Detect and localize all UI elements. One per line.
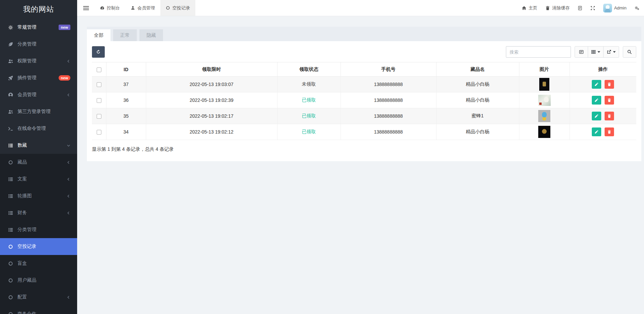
home-label: 主页 — [528, 5, 537, 11]
chevron-left-icon — [67, 93, 70, 97]
user-circle-icon — [8, 92, 13, 97]
chevron-left-icon — [67, 211, 70, 215]
clear-cache-button[interactable]: 清除缓存 — [545, 5, 570, 11]
submenu-item-usercollection[interactable]: 用户藏品 — [0, 272, 77, 289]
item-thumbnail[interactable] — [538, 110, 550, 122]
sidebar-toggle-button[interactable] — [77, 0, 95, 16]
delete-button[interactable] — [605, 112, 614, 120]
dashboard-icon — [100, 6, 104, 10]
cell-id: 36 — [106, 92, 146, 108]
terminal-icon — [8, 126, 13, 131]
row-checkbox[interactable] — [97, 82, 101, 87]
tab-label: 空投记录 — [172, 5, 190, 11]
sidebar-item-label: 会员管理 — [18, 92, 36, 98]
search-toggle-button[interactable] — [623, 46, 636, 58]
export-button[interactable] — [603, 46, 619, 58]
gears-icon — [8, 25, 13, 30]
leaf-icon — [8, 42, 13, 47]
table-row: 36 2022-05-13 19:02:39 已领取 13888888888 精… — [92, 92, 636, 108]
tab-member[interactable]: 会员管理 — [125, 0, 160, 16]
filter-tab-label: 隐藏 — [147, 32, 156, 38]
new-badge: new — [59, 75, 70, 81]
submenu-item-collection[interactable]: 藏品 — [0, 154, 77, 171]
submenu-item-blindbox[interactable]: 盲盒 — [0, 255, 77, 272]
item-thumbnail[interactable] — [538, 95, 551, 106]
circle-icon — [8, 278, 13, 283]
edit-button[interactable] — [592, 96, 601, 105]
edit-button[interactable] — [592, 80, 601, 89]
expand-icon — [590, 6, 595, 10]
cell-name: 精品小白杨 — [436, 77, 519, 92]
trash-icon — [607, 82, 611, 86]
delete-button[interactable] — [605, 127, 614, 136]
sidebar-item-member[interactable]: 会员管理 — [0, 86, 77, 103]
sidebar-item-nft[interactable]: 数藏 — [0, 137, 77, 154]
edit-button[interactable] — [592, 127, 601, 136]
submenu-item-copywriting[interactable]: 文案 — [0, 171, 77, 188]
sidebar-item-thirdparty[interactable]: 第三方登录管理 — [0, 103, 77, 120]
home-link[interactable]: 主页 — [522, 5, 537, 11]
item-thumbnail[interactable] — [538, 126, 550, 138]
table-toolbar — [92, 46, 636, 58]
home-icon — [522, 6, 526, 10]
submenu-item-category[interactable]: 分类管理 — [0, 221, 77, 238]
circle-icon — [8, 295, 13, 300]
row-checkbox[interactable] — [97, 130, 101, 135]
chevron-left-icon — [67, 59, 70, 63]
submenu-item-airdrop[interactable]: 空投记录 — [0, 238, 77, 255]
panel: 全部 正常 隐藏 — [87, 27, 641, 161]
pencil-icon — [594, 130, 599, 134]
caret-down-icon — [598, 51, 600, 53]
circle-icon — [8, 244, 13, 249]
sidebar-item-category[interactable]: 分类管理 — [0, 36, 77, 53]
cell-id: 35 — [106, 108, 146, 124]
edit-button[interactable] — [592, 112, 601, 120]
sidebar-item-permission[interactable]: 权限管理 — [0, 53, 77, 69]
pagination-summary: 显示第 1 到第 4 条记录，总共 4 条记录 — [92, 146, 636, 152]
filter-tab-hidden[interactable]: 隐藏 — [139, 29, 163, 41]
cell-id: 34 — [106, 124, 146, 140]
list-icon — [8, 177, 13, 182]
filter-tab-all[interactable]: 全部 — [87, 29, 110, 41]
sidebar-item-label: 在线命令管理 — [18, 125, 46, 132]
submenu-item-label: 藏品 — [18, 159, 27, 165]
submenu-item-business[interactable]: 商务合作 — [0, 306, 77, 314]
sidebar-item-general[interactable]: 常规管理 new — [0, 19, 77, 36]
sidebar-item-label: 分类管理 — [18, 41, 36, 47]
pencil-icon — [594, 82, 599, 86]
submenu-item-config[interactable]: 配置 — [0, 289, 77, 306]
submenu-item-label: 配置 — [18, 294, 27, 300]
trash-icon — [607, 130, 611, 134]
settings-button[interactable] — [635, 6, 639, 10]
item-thumbnail[interactable] — [539, 78, 549, 91]
cell-phone: 13888888888 — [341, 77, 436, 92]
submenu-item-label: 分类管理 — [18, 227, 36, 233]
toggle-view-button[interactable] — [575, 46, 588, 58]
sidebar-item-command[interactable]: 在线命令管理 — [0, 120, 77, 137]
tab-dashboard[interactable]: 控制台 — [95, 0, 125, 16]
delete-button[interactable] — [605, 96, 614, 105]
submenu-item-label: 轮播图 — [18, 193, 32, 199]
sidebar-item-plugin[interactable]: 插件管理 new — [0, 69, 77, 86]
tab-airdrop[interactable]: 空投记录 — [160, 0, 195, 16]
submenu-item-carousel[interactable]: 轮播图 — [0, 188, 77, 204]
column-header-name: 藏品名 — [436, 62, 519, 77]
row-checkbox[interactable] — [97, 114, 101, 119]
submenu-item-label: 用户藏品 — [18, 277, 36, 283]
chevron-down-icon — [67, 144, 70, 147]
rocket-icon — [8, 76, 13, 81]
submenu-item-finance[interactable]: 财务 — [0, 204, 77, 221]
filter-tab-normal[interactable]: 正常 — [113, 29, 137, 41]
row-checkbox[interactable] — [97, 98, 101, 103]
sidebar-item-label: 常规管理 — [18, 24, 36, 30]
columns-button[interactable] — [588, 46, 604, 58]
user-menu[interactable]: Admin — [603, 4, 626, 12]
select-all-checkbox[interactable] — [97, 67, 101, 72]
navbar-actions: 主页 清除缓存 Admin — [522, 0, 644, 16]
refresh-button[interactable] — [92, 46, 105, 58]
fullscreen-button[interactable] — [590, 6, 595, 10]
search-input[interactable] — [506, 46, 571, 58]
delete-button[interactable] — [605, 80, 614, 89]
cell-name: 精品小白杨 — [436, 124, 519, 140]
language-switch-button[interactable] — [578, 6, 582, 10]
